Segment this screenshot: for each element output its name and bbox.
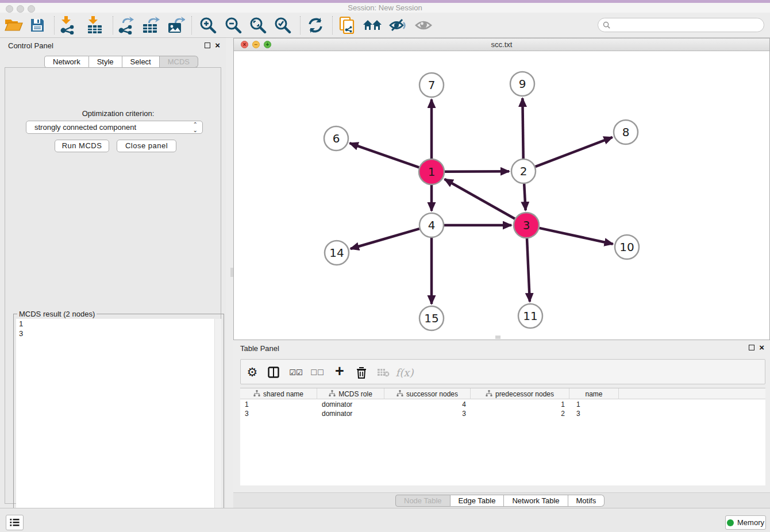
node-15[interactable]: 15: [419, 306, 444, 330]
network-graph[interactable]: 7968124314101511: [234, 52, 769, 340]
import-table-icon[interactable]: [84, 16, 105, 35]
float-panel-icon[interactable]: [205, 43, 210, 48]
node-14[interactable]: 14: [325, 241, 349, 265]
control-panel-tabs: NetworkStyleSelectMCDS: [44, 56, 198, 68]
settings-icon[interactable]: ⚙: [242, 363, 262, 382]
node-9[interactable]: 9: [510, 72, 534, 96]
search-icon: [603, 21, 610, 29]
zoom-out-icon[interactable]: [223, 16, 244, 35]
table-cell-shared-name[interactable]: 3: [240, 409, 317, 418]
column-header-shared-name[interactable]: shared name: [240, 388, 317, 399]
edge-4-14[interactable]: [351, 229, 419, 249]
table-cell-successor-nodes[interactable]: 3: [384, 409, 471, 418]
close-table-panel-icon[interactable]: ×: [759, 345, 764, 350]
edge-3-1[interactable]: [445, 179, 515, 219]
table-cell-predecessor-nodes[interactable]: 1: [471, 400, 569, 409]
node-1[interactable]: 1: [419, 159, 444, 184]
import-network-icon[interactable]: [57, 16, 78, 35]
column-header-label: MCDS role: [338, 390, 372, 398]
open-session-icon[interactable]: [3, 16, 24, 35]
new-network-from-selection-icon[interactable]: [337, 16, 357, 35]
table-cell-MCDS-role[interactable]: dominator: [317, 409, 384, 418]
table-header-row: shared nameMCDS rolesuccessor nodesprede…: [240, 388, 765, 399]
node-10[interactable]: 10: [615, 235, 639, 259]
export-image-icon[interactable]: [165, 16, 186, 35]
network-window-titlebar[interactable]: × − + scc.txt: [234, 38, 769, 51]
edge-3-10[interactable]: [539, 228, 613, 244]
edge-1-2[interactable]: [445, 171, 509, 172]
export-network-icon[interactable]: [116, 16, 136, 35]
show-hide-panels-icon[interactable]: [413, 16, 434, 35]
tab-select[interactable]: Select: [122, 56, 160, 68]
node-7[interactable]: 7: [419, 73, 444, 97]
tab-edge-table[interactable]: Edge Table: [451, 495, 505, 507]
node-4[interactable]: 4: [419, 213, 444, 237]
edge-2-8[interactable]: [536, 137, 613, 167]
memory-button[interactable]: Memory: [725, 515, 766, 530]
tab-node-table[interactable]: Node Table: [395, 495, 451, 507]
table-cell-name[interactable]: 3: [569, 409, 619, 418]
tab-network-table[interactable]: Network Table: [504, 495, 568, 507]
float-table-panel-icon[interactable]: [749, 345, 754, 350]
select-arrows-icon: ⌃⌄: [193, 122, 198, 133]
node-8[interactable]: 8: [614, 120, 638, 144]
table-tabstrip: Node TableEdge TableNetwork TableMotifs: [233, 492, 770, 508]
column-header-name[interactable]: name: [569, 388, 619, 399]
select-all-columns-icon[interactable]: ☑☑: [286, 363, 306, 382]
run-mcds-button[interactable]: Run MCDS: [55, 140, 109, 152]
task-history-button[interactable]: [6, 515, 24, 530]
apply-layout-icon[interactable]: [305, 16, 326, 35]
column-sort-icon: [396, 390, 403, 398]
toggle-graphics-details-icon[interactable]: [387, 16, 408, 35]
zoom-selected-icon[interactable]: [272, 16, 293, 35]
panel-splitter-handle[interactable]: [230, 268, 233, 277]
criterion-select[interactable]: strongly connected component ⌃⌄: [26, 121, 203, 134]
table-cell-successor-nodes[interactable]: 4: [384, 400, 471, 409]
column-sort-icon: [486, 390, 492, 398]
export-table-icon[interactable]: [140, 16, 161, 35]
table-cell-shared-name[interactable]: 1: [240, 400, 317, 409]
node-label: 2: [520, 164, 528, 178]
mcds-result-label: MCDS result (2 nodes): [17, 310, 97, 318]
table-cell-predecessor-nodes[interactable]: 2: [471, 409, 569, 418]
add-column-icon[interactable]: +: [330, 363, 349, 382]
network-canvas[interactable]: 7968124314101511: [234, 52, 769, 340]
table-cell-name[interactable]: 1: [569, 400, 619, 409]
result-scrollbar[interactable]: [214, 319, 221, 527]
node-6[interactable]: 6: [324, 126, 348, 151]
search-field[interactable]: [598, 18, 764, 32]
edge-3-11[interactable]: [527, 238, 530, 302]
column-header-successor-nodes[interactable]: successor nodes: [384, 388, 471, 399]
canvas-splitter-handle[interactable]: [495, 336, 500, 339]
save-session-icon[interactable]: [27, 16, 48, 35]
table-row[interactable]: 3dominator323: [240, 409, 765, 418]
mcds-result-textarea[interactable]: 13: [16, 319, 221, 527]
node-2[interactable]: 2: [511, 159, 536, 183]
delete-table-icon: [374, 363, 393, 382]
split-view-icon[interactable]: [264, 363, 283, 382]
edge-2-9[interactable]: [522, 98, 523, 159]
tab-motifs[interactable]: Motifs: [568, 495, 605, 507]
zoom-fit-icon[interactable]: [248, 16, 268, 35]
tab-network[interactable]: Network: [44, 56, 89, 68]
column-header-predecessor-nodes[interactable]: predecessor nodes: [471, 388, 569, 399]
node-11[interactable]: 11: [518, 304, 542, 328]
edge-2-3[interactable]: [524, 184, 525, 210]
node-label: 6: [333, 132, 340, 145]
first-neighbors-icon[interactable]: [362, 16, 383, 35]
zoom-in-icon[interactable]: [198, 16, 218, 35]
close-panel-button[interactable]: Close panel: [117, 140, 176, 152]
table-row[interactable]: 1dominator411: [240, 400, 765, 409]
close-panel-icon[interactable]: ×: [215, 43, 220, 48]
column-header-MCDS-role[interactable]: MCDS role: [317, 388, 384, 399]
node-3[interactable]: 3: [514, 213, 539, 238]
edge-1-6[interactable]: [350, 143, 419, 167]
search-input[interactable]: [613, 21, 764, 29]
table-cell-MCDS-role[interactable]: dominator: [317, 400, 384, 409]
control-panel-title: Control Panel: [8, 41, 53, 50]
deselect-all-columns-icon[interactable]: ☐☐: [307, 363, 327, 382]
tab-mcds[interactable]: MCDS: [160, 56, 198, 68]
tab-style[interactable]: Style: [89, 56, 122, 68]
delete-column-icon[interactable]: [352, 363, 371, 382]
window-title: Session: New Session: [0, 3, 770, 12]
